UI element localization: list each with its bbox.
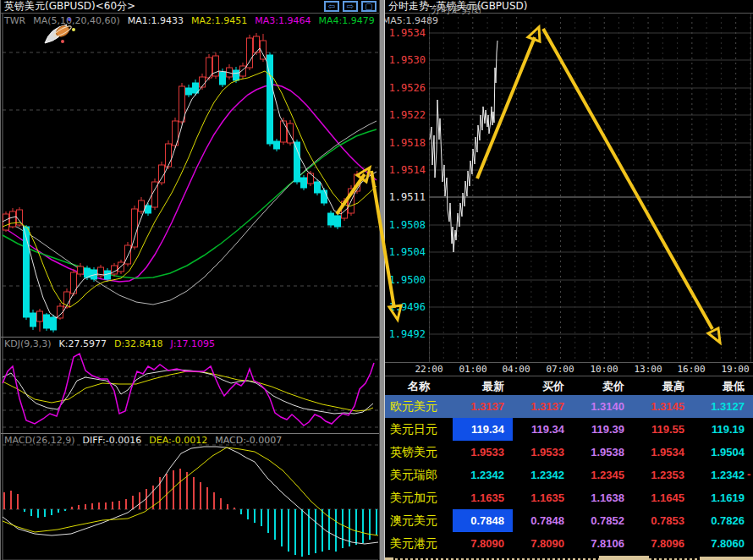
panel-nav-buttons: ⇦ ⇨ ▢ (324, 1, 376, 12)
kdj-values: K:27.5977D:32.8418J:17.1095 (59, 338, 223, 349)
quote-cell: 7.8090 (453, 532, 513, 555)
quote-cell: 0.7852 (573, 509, 633, 532)
macd-pane[interactable] (1, 433, 380, 560)
quote-cell: 0.7848 (513, 509, 573, 532)
tab-strip-segment[interactable] (599, 556, 649, 560)
quote-cell: 1.1635 (513, 486, 573, 509)
back-arrow-button[interactable]: ⇦ (324, 1, 339, 12)
quote-row-美元加元[interactable]: 美元加元1.16351.16351.16381.16451.1619 (385, 486, 753, 509)
kdj-indicator-bar: KDJ(9,3,3) K:27.5977D:32.8418J:17.1095 (4, 338, 223, 349)
quote-cell: 7.8090 (513, 532, 573, 555)
quote-cell: 1.1645 (633, 486, 693, 509)
column-header: 最高 (633, 377, 693, 395)
time-axis-label: 22:00 (415, 364, 442, 375)
pair-name: 美元日元 (385, 418, 453, 441)
time-axis: 22:0001:0004:0007:0010:0013:0016:0019:00 (385, 362, 753, 376)
price-axis-label: 1.9514 (385, 164, 426, 176)
ma-values: MA1:1.9433MA2:1.9451MA3:1.9464MA4:1.9479… (128, 15, 446, 26)
macd-value: DIFF:-0.0016 (83, 435, 142, 446)
quote-cell: 1.3145 (633, 395, 693, 418)
clipped-next-column-value: - (747, 468, 750, 480)
price-axis-label: 1.9508 (385, 219, 426, 231)
quote-cell: 1.2342 (693, 464, 753, 486)
price-axis-label: 1.9492 (385, 328, 426, 340)
quote-row-美元瑞郎[interactable]: 美元瑞郎1.23421.23421.23451.23531.2342 (385, 464, 753, 486)
quote-table-header: 名称最新买价卖价最高最低 (385, 377, 753, 395)
quote-cell: 1.1638 (573, 486, 633, 509)
kdj-label: KDJ(9,3,3) (4, 338, 52, 349)
quote-cell: 7.8060 (693, 532, 753, 555)
price-axis-label: 1.9504 (385, 246, 426, 258)
quote-cell: 0.7848 (453, 509, 513, 532)
quote-cell: 1.9538 (573, 441, 633, 464)
macd-indicator-bar: MACD(26,12,9) DIFF:-0.0016DEA:-0.0012MAC… (4, 435, 289, 446)
kdj-pane[interactable] (1, 337, 380, 433)
tab-strip-segment[interactable] (700, 557, 753, 560)
price-axis-label: 1.9496 (385, 301, 426, 313)
quote-row-欧元美元[interactable]: 欧元美元1.31371.31371.31401.31451.3127 (385, 395, 753, 418)
quote-row-美元港元[interactable]: 美元港元7.80907.80907.81067.80967.8060 (385, 532, 753, 555)
quote-cell: 119.39 (573, 418, 633, 441)
left-panel-title: 英镑美元(GBPUSD)<60分> (4, 0, 135, 12)
ma-value: MA1:1.9433 (128, 15, 184, 26)
tick-chart[interactable]: 1.95341.95301.95261.95221.95181.95141.95… (385, 14, 753, 362)
quote-cell: 1.2342 (453, 464, 513, 486)
kdj-value: D:32.8418 (114, 338, 163, 349)
column-header: 买价 (513, 377, 573, 395)
pair-name: 英镑美元 (385, 441, 453, 464)
quote-cell: 1.9533 (513, 441, 573, 464)
price-axis-label: 1.9511 (385, 191, 426, 203)
price-axis-label: 1.9534 (385, 27, 426, 39)
time-axis-label: 13:00 (634, 364, 662, 375)
column-header: 卖价 (573, 377, 633, 395)
ma-value: MA4:1.9479 (318, 15, 374, 26)
quote-cell: 1.3137 (453, 395, 513, 418)
pair-name: 澳元美元 (385, 509, 453, 532)
pair-name: 欧元美元 (385, 395, 453, 418)
macd-label: MACD(26,12,9) (4, 435, 75, 446)
kdj-value: J:17.1095 (171, 338, 215, 349)
candlestick-chart[interactable] (1, 14, 380, 337)
quote-cell: 119.34 (453, 418, 513, 441)
quote-cell: 119.19 (693, 418, 753, 441)
time-axis-label: 04:00 (502, 364, 530, 375)
tick-panel: 分时走势--英镑美元(GBPUSD) 分时走势图 1.95341.95301.9… (385, 0, 753, 560)
time-axis-label: 16:00 (677, 364, 705, 375)
price-axis-label: 1.9526 (385, 82, 426, 94)
quote-cell: 7.8106 (573, 532, 633, 555)
maximize-button[interactable]: ▢ (361, 1, 376, 12)
quote-cell: 7.8096 (633, 532, 693, 555)
quote-row-澳元美元[interactable]: 澳元美元0.78480.78480.78520.78530.7826 (385, 509, 753, 532)
pair-name: 美元瑞郎 (385, 464, 453, 486)
quote-cell: 1.9504 (693, 441, 753, 464)
quote-cell: 0.7853 (633, 509, 693, 532)
quote-table: 名称最新买价卖价最高最低欧元美元1.31371.31371.31401.3145… (385, 377, 753, 555)
quote-cell: 1.3137 (513, 395, 573, 418)
forward-arrow-button[interactable]: ⇨ (343, 1, 358, 12)
comet-cursor-icon (41, 13, 80, 47)
price-axis-label: 1.9522 (385, 109, 426, 121)
quote-cell: 0.7826 (693, 509, 753, 532)
time-axis-label: 01:00 (459, 364, 486, 375)
ma-value: MA2:1.9451 (191, 15, 247, 26)
quote-cell: 1.9534 (633, 441, 693, 464)
quote-cell: 1.2342 (513, 464, 573, 486)
system-label: TWR (4, 15, 25, 26)
bottom-tab-strip[interactable] (385, 555, 753, 560)
quote-cell: 1.1635 (453, 486, 513, 509)
column-header: 最低 (693, 377, 753, 395)
time-axis-label: 07:00 (546, 364, 574, 375)
time-axis-label: 19:00 (721, 364, 749, 375)
quote-cell: 1.2345 (573, 464, 633, 486)
quote-row-美元日元[interactable]: 美元日元119.34119.34119.39119.55119.19 (385, 418, 753, 441)
quote-cell: 119.34 (513, 418, 573, 441)
quote-row-英镑美元[interactable]: 英镑美元1.95331.95331.95381.95341.9504 (385, 441, 753, 464)
panel-splitter[interactable] (379, 0, 385, 560)
pair-name: 美元加元 (385, 486, 453, 509)
price-axis-label: 1.9530 (385, 54, 426, 66)
macd-value: DEA:-0.0012 (149, 435, 207, 446)
candlestick-panel: 英镑美元(GBPUSD)<60分> ⇦ ⇨ ▢ TWR MA(5,10,20,4… (0, 0, 379, 560)
time-axis-label: 10:00 (590, 364, 618, 375)
macd-value: MACD:-0.0007 (215, 435, 282, 446)
quote-cell: 1.1619 (693, 486, 753, 509)
